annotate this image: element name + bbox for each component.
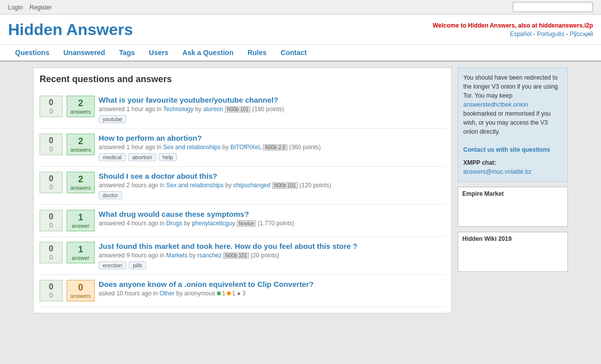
- register-link[interactable]: Register: [30, 4, 52, 11]
- question-meta: answered 4 hours ago in Drugs by phenyla…: [99, 220, 445, 227]
- tag-pill[interactable]: erection: [99, 261, 126, 269]
- ad-box-2-title: Hidden Wiki 2019: [462, 235, 563, 242]
- lang-espanol[interactable]: Español: [510, 31, 531, 38]
- tag-pill[interactable]: youtube: [99, 115, 126, 123]
- answer-box: 1answer: [67, 242, 95, 263]
- answer-label: answer: [72, 223, 89, 229]
- xmpp-email[interactable]: answers@muc.volatile.bz: [463, 168, 531, 175]
- lang-russian[interactable]: Рўссқий: [570, 31, 593, 38]
- tag-pill[interactable]: doctor: [99, 191, 122, 199]
- info-text-1: You should have been redirected to the l…: [463, 74, 558, 99]
- question-meta: answered 1 hour ago in Technology by alu…: [99, 106, 445, 113]
- search-input[interactable]: [513, 2, 593, 12]
- question-link[interactable]: Should I see a doctor about this?: [99, 172, 217, 180]
- question-item: 002answersShould I see a doctor about th…: [40, 167, 445, 205]
- nav-item-contact[interactable]: Contact: [273, 45, 314, 61]
- vote-count: 0: [49, 282, 54, 291]
- tag-pill[interactable]: medical: [99, 153, 126, 161]
- tag-pill[interactable]: help: [159, 153, 177, 161]
- onion-link[interactable]: answerstedhctbek.onion: [463, 101, 528, 108]
- vote-zero: 0: [49, 291, 53, 299]
- nav-item-ask-a-question[interactable]: Ask a Question: [175, 45, 240, 61]
- main-content: Recent questions and answers 002answersW…: [25, 62, 576, 319]
- question-user[interactable]: phenylaceticguy: [192, 220, 235, 227]
- question-time: 10 hours ago: [116, 290, 151, 297]
- question-user[interactable]: chipschanged: [233, 182, 270, 189]
- question-status: answered: [99, 220, 125, 227]
- answer-count: 2: [78, 136, 83, 147]
- welcome-text: Welcome to Hidden Answers, also at hidde…: [433, 22, 593, 29]
- question-points: (180 points): [252, 106, 284, 113]
- lang-sep1: -: [533, 31, 535, 38]
- answer-count: 1: [78, 244, 83, 255]
- question-category[interactable]: Sex and relationships: [163, 144, 221, 151]
- question-category[interactable]: Technology: [163, 106, 194, 113]
- vote-box: 00: [40, 242, 63, 263]
- question-tags: doctor: [99, 191, 445, 199]
- question-points: (20 points): [251, 252, 279, 259]
- nav-item-tags[interactable]: Tags: [112, 45, 142, 61]
- question-body: Should I see a doctor about this?answere…: [99, 172, 445, 199]
- vote-count: 0: [49, 244, 54, 253]
- question-category[interactable]: Other: [159, 290, 174, 297]
- nav-bar: QuestionsUnansweredTagsUsersAsk a Questi…: [0, 45, 601, 62]
- question-link[interactable]: What drug would cause these symptoms?: [99, 210, 249, 218]
- question-item: 002answersWhat is your favourite youtube…: [40, 91, 445, 129]
- question-status: answered: [99, 182, 125, 189]
- score3: 3: [242, 290, 246, 297]
- answer-box: 2answers: [67, 134, 95, 155]
- header: Hidden Answers Welcome to Hidden Answers…: [0, 15, 601, 45]
- answer-label: answers: [71, 293, 91, 299]
- nav-item-questions[interactable]: Questions: [8, 45, 56, 61]
- vote-count: 0: [49, 212, 54, 221]
- question-link[interactable]: Just found this market and took here. Ho…: [99, 242, 358, 250]
- questions-list: 002answersWhat is your favourite youtube…: [40, 91, 445, 307]
- tag-pill[interactable]: pills: [129, 261, 146, 269]
- lang-portugues[interactable]: Português: [537, 31, 564, 38]
- answer-box: 0answers: [67, 280, 95, 301]
- login-link[interactable]: Login: [8, 4, 23, 11]
- answer-count: 1: [78, 212, 83, 223]
- top-bar: Login Register: [0, 0, 601, 15]
- question-status: asked: [99, 290, 115, 297]
- question-user[interactable]: rsanchez: [197, 252, 222, 259]
- dot-green-icon: [217, 291, 221, 295]
- vote-zero: 0: [49, 145, 53, 153]
- question-link[interactable]: What is your favourite youtuber/youtube …: [99, 96, 278, 104]
- lang-links: Español - Português - Рўссқий: [433, 31, 593, 38]
- question-category[interactable]: Sex and relationships: [166, 182, 224, 189]
- contact-link[interactable]: Contact us with site questions: [463, 146, 550, 153]
- question-time: 4 hours ago: [126, 220, 158, 227]
- ad-box-2: Hidden Wiki 2019: [458, 232, 568, 272]
- question-meta: answered 9 hours ago in Markets by rsanc…: [99, 252, 445, 259]
- question-link[interactable]: Does anyone know of a .onion equivelent …: [99, 280, 314, 288]
- info-box: You should have been redirected to the l…: [458, 68, 568, 182]
- question-title: How to perform an abortion?: [99, 134, 445, 142]
- dot-orange-icon: [227, 291, 231, 295]
- nav-item-users[interactable]: Users: [142, 45, 175, 61]
- vote-box: 00: [40, 280, 63, 301]
- sidebar: You should have been redirected to the l…: [458, 68, 568, 313]
- question-category[interactable]: Markets: [166, 252, 188, 259]
- question-status: answered: [99, 106, 125, 113]
- nav-item-unanswered[interactable]: Unanswered: [56, 45, 112, 61]
- question-link[interactable]: How to perform an abortion?: [99, 134, 202, 142]
- question-points: (360 points): [289, 144, 321, 151]
- question-user[interactable]: BiTOfPiXeL: [230, 144, 261, 151]
- site-title: Hidden Answers: [8, 21, 133, 39]
- question-title: Just found this market and took here. Ho…: [99, 242, 445, 250]
- question-category[interactable]: Drugs: [166, 220, 182, 227]
- question-time: 9 hours ago: [126, 252, 158, 259]
- question-points: (120 points): [299, 182, 331, 189]
- nav-item-rules[interactable]: Rules: [240, 45, 273, 61]
- question-title: Should I see a doctor about this?: [99, 172, 445, 180]
- question-status: answered: [99, 144, 125, 151]
- main-nav: QuestionsUnansweredTagsUsersAsk a Questi…: [8, 45, 593, 61]
- question-status: answered: [99, 252, 125, 259]
- question-user[interactable]: alureon: [203, 106, 223, 113]
- tag-pill[interactable]: abortion: [128, 153, 156, 161]
- vote-zero: 0: [49, 221, 53, 229]
- answer-label: answers: [71, 185, 91, 191]
- vote-box: 00: [40, 172, 63, 193]
- vote-zero: 0: [49, 183, 53, 191]
